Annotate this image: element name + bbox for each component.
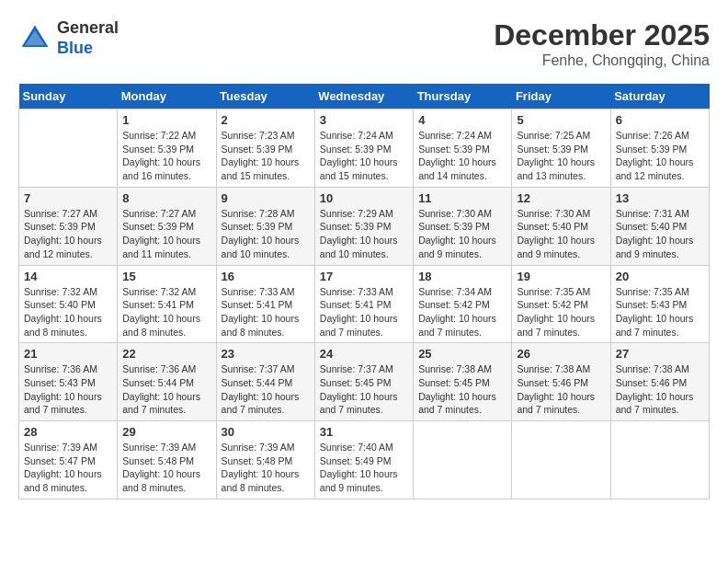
day-number: 30 bbox=[222, 425, 310, 439]
table-row: 8Sunrise: 7:27 AM Sunset: 5:39 PM Daylig… bbox=[118, 187, 216, 265]
table-row bbox=[512, 421, 610, 500]
table-row: 27Sunrise: 7:38 AM Sunset: 5:46 PM Dayli… bbox=[610, 343, 709, 421]
table-row: 24Sunrise: 7:37 AM Sunset: 5:45 PM Dayli… bbox=[314, 343, 413, 421]
day-info: Sunrise: 7:28 AM Sunset: 5:39 PM Dayligh… bbox=[222, 207, 310, 261]
day-info: Sunrise: 7:38 AM Sunset: 5:46 PM Dayligh… bbox=[517, 362, 605, 417]
day-number: 11 bbox=[418, 191, 506, 205]
table-row: 25Sunrise: 7:38 AM Sunset: 5:45 PM Dayli… bbox=[414, 343, 512, 421]
day-info: Sunrise: 7:29 AM Sunset: 5:39 PM Dayligh… bbox=[320, 207, 408, 261]
table-row: 4Sunrise: 7:24 AM Sunset: 5:39 PM Daylig… bbox=[414, 109, 512, 188]
day-number: 4 bbox=[418, 113, 506, 127]
day-info: Sunrise: 7:30 AM Sunset: 5:40 PM Dayligh… bbox=[517, 207, 605, 261]
col-friday: Friday bbox=[512, 84, 610, 109]
calendar-header-row: Sunday Monday Tuesday Wednesday Thursday… bbox=[19, 84, 710, 109]
day-number: 12 bbox=[517, 191, 605, 205]
table-row: 10Sunrise: 7:29 AM Sunset: 5:39 PM Dayli… bbox=[314, 187, 413, 265]
day-number: 8 bbox=[122, 191, 210, 205]
day-number: 3 bbox=[320, 113, 408, 127]
table-row: 18Sunrise: 7:34 AM Sunset: 5:42 PM Dayli… bbox=[414, 265, 512, 343]
table-row: 17Sunrise: 7:33 AM Sunset: 5:41 PM Dayli… bbox=[314, 265, 413, 343]
day-info: Sunrise: 7:39 AM Sunset: 5:47 PM Dayligh… bbox=[24, 441, 112, 495]
day-info: Sunrise: 7:39 AM Sunset: 5:48 PM Dayligh… bbox=[222, 441, 310, 495]
calendar-week-row: 14Sunrise: 7:32 AM Sunset: 5:40 PM Dayli… bbox=[19, 265, 710, 343]
table-row: 23Sunrise: 7:37 AM Sunset: 5:44 PM Dayli… bbox=[216, 343, 314, 421]
day-number: 6 bbox=[616, 113, 704, 127]
table-row: 26Sunrise: 7:38 AM Sunset: 5:46 PM Dayli… bbox=[512, 343, 610, 421]
table-row: 2Sunrise: 7:23 AM Sunset: 5:39 PM Daylig… bbox=[216, 109, 314, 188]
col-saturday: Saturday bbox=[610, 84, 709, 109]
day-number: 27 bbox=[616, 347, 704, 361]
day-info: Sunrise: 7:33 AM Sunset: 5:41 PM Dayligh… bbox=[320, 285, 408, 339]
day-info: Sunrise: 7:30 AM Sunset: 5:39 PM Dayligh… bbox=[418, 207, 506, 261]
day-number: 17 bbox=[320, 270, 408, 283]
day-info: Sunrise: 7:25 AM Sunset: 5:39 PM Dayligh… bbox=[517, 129, 605, 183]
day-info: Sunrise: 7:22 AM Sunset: 5:39 PM Dayligh… bbox=[122, 129, 210, 183]
day-number: 21 bbox=[24, 347, 112, 361]
title-block: December 2025 Fenhe, Chongqing, China bbox=[494, 18, 710, 69]
col-thursday: Thursday bbox=[414, 84, 512, 109]
col-wednesday: Wednesday bbox=[314, 84, 413, 109]
table-row bbox=[610, 421, 709, 500]
day-info: Sunrise: 7:24 AM Sunset: 5:39 PM Dayligh… bbox=[320, 129, 408, 183]
table-row: 16Sunrise: 7:33 AM Sunset: 5:41 PM Dayli… bbox=[216, 265, 314, 343]
month-year-title: December 2025 bbox=[494, 18, 710, 52]
day-number: 10 bbox=[320, 191, 408, 205]
day-number: 13 bbox=[616, 191, 704, 205]
table-row: 28Sunrise: 7:39 AM Sunset: 5:47 PM Dayli… bbox=[19, 421, 118, 500]
day-info: Sunrise: 7:37 AM Sunset: 5:44 PM Dayligh… bbox=[222, 362, 310, 417]
day-number: 31 bbox=[320, 425, 408, 439]
logo: General Blue bbox=[18, 18, 119, 58]
day-number: 24 bbox=[320, 347, 408, 361]
calendar-week-row: 21Sunrise: 7:36 AM Sunset: 5:43 PM Dayli… bbox=[19, 343, 710, 421]
logo-icon bbox=[18, 22, 51, 55]
day-number: 5 bbox=[517, 113, 605, 127]
day-number: 18 bbox=[418, 270, 506, 283]
day-info: Sunrise: 7:31 AM Sunset: 5:40 PM Dayligh… bbox=[616, 207, 704, 261]
day-number: 22 bbox=[122, 347, 210, 361]
table-row: 29Sunrise: 7:39 AM Sunset: 5:48 PM Dayli… bbox=[118, 421, 216, 500]
day-number: 26 bbox=[517, 347, 605, 361]
day-info: Sunrise: 7:37 AM Sunset: 5:45 PM Dayligh… bbox=[320, 362, 408, 417]
table-row bbox=[19, 109, 118, 188]
day-number: 25 bbox=[418, 347, 506, 361]
table-row bbox=[414, 421, 512, 500]
day-number: 1 bbox=[122, 113, 210, 127]
table-row: 15Sunrise: 7:32 AM Sunset: 5:41 PM Dayli… bbox=[118, 265, 216, 343]
page-header: General Blue December 2025 Fenhe, Chongq… bbox=[18, 18, 710, 69]
day-number: 15 bbox=[122, 270, 210, 283]
table-row: 13Sunrise: 7:31 AM Sunset: 5:40 PM Dayli… bbox=[610, 187, 709, 265]
calendar-table: Sunday Monday Tuesday Wednesday Thursday… bbox=[18, 84, 710, 500]
table-row: 9Sunrise: 7:28 AM Sunset: 5:39 PM Daylig… bbox=[216, 187, 314, 265]
table-row: 30Sunrise: 7:39 AM Sunset: 5:48 PM Dayli… bbox=[216, 421, 314, 500]
day-info: Sunrise: 7:27 AM Sunset: 5:39 PM Dayligh… bbox=[24, 207, 112, 261]
day-info: Sunrise: 7:36 AM Sunset: 5:44 PM Dayligh… bbox=[122, 362, 210, 417]
table-row: 11Sunrise: 7:30 AM Sunset: 5:39 PM Dayli… bbox=[414, 187, 512, 265]
table-row: 19Sunrise: 7:35 AM Sunset: 5:42 PM Dayli… bbox=[512, 265, 610, 343]
day-info: Sunrise: 7:27 AM Sunset: 5:39 PM Dayligh… bbox=[122, 207, 210, 261]
logo-blue-text: Blue bbox=[57, 39, 93, 57]
day-info: Sunrise: 7:39 AM Sunset: 5:48 PM Dayligh… bbox=[122, 441, 210, 495]
location-subtitle: Fenhe, Chongqing, China bbox=[494, 52, 710, 69]
calendar-week-row: 28Sunrise: 7:39 AM Sunset: 5:47 PM Dayli… bbox=[19, 421, 710, 500]
table-row: 12Sunrise: 7:30 AM Sunset: 5:40 PM Dayli… bbox=[512, 187, 610, 265]
table-row: 21Sunrise: 7:36 AM Sunset: 5:43 PM Dayli… bbox=[19, 343, 118, 421]
logo-general-text: General bbox=[57, 18, 119, 37]
day-number: 29 bbox=[122, 425, 210, 439]
day-info: Sunrise: 7:38 AM Sunset: 5:45 PM Dayligh… bbox=[418, 362, 506, 417]
table-row: 1Sunrise: 7:22 AM Sunset: 5:39 PM Daylig… bbox=[118, 109, 216, 188]
day-info: Sunrise: 7:34 AM Sunset: 5:42 PM Dayligh… bbox=[418, 285, 506, 339]
day-number: 16 bbox=[222, 270, 310, 283]
day-info: Sunrise: 7:32 AM Sunset: 5:40 PM Dayligh… bbox=[24, 285, 112, 339]
day-number: 23 bbox=[222, 347, 310, 361]
table-row: 14Sunrise: 7:32 AM Sunset: 5:40 PM Dayli… bbox=[19, 265, 118, 343]
table-row: 31Sunrise: 7:40 AM Sunset: 5:49 PM Dayli… bbox=[314, 421, 413, 500]
table-row: 20Sunrise: 7:35 AM Sunset: 5:43 PM Dayli… bbox=[610, 265, 709, 343]
table-row: 7Sunrise: 7:27 AM Sunset: 5:39 PM Daylig… bbox=[19, 187, 118, 265]
day-info: Sunrise: 7:23 AM Sunset: 5:39 PM Dayligh… bbox=[222, 129, 310, 183]
day-number: 28 bbox=[24, 425, 112, 439]
day-number: 14 bbox=[24, 270, 112, 283]
day-number: 2 bbox=[222, 113, 310, 127]
col-sunday: Sunday bbox=[19, 84, 118, 109]
day-number: 7 bbox=[24, 191, 112, 205]
day-info: Sunrise: 7:38 AM Sunset: 5:46 PM Dayligh… bbox=[616, 362, 704, 417]
